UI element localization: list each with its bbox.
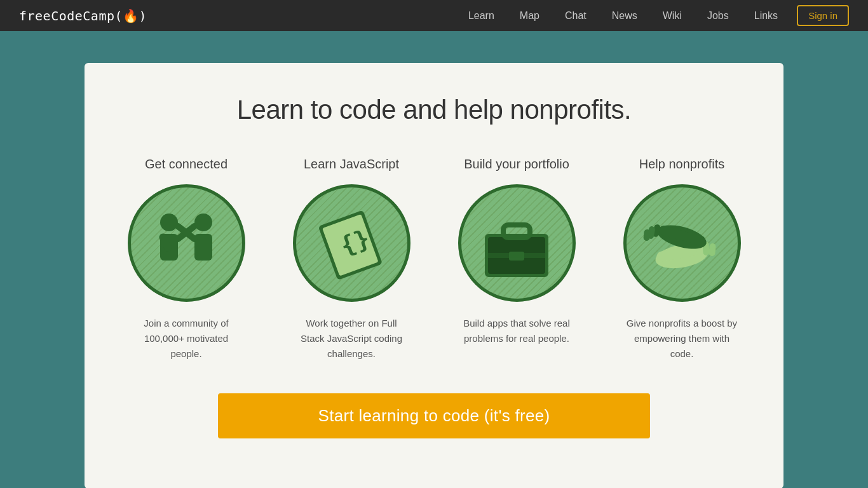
nav-jobs[interactable]: Jobs <box>695 0 742 31</box>
nav-wiki[interactable]: Wiki <box>650 0 695 31</box>
svg-point-0 <box>160 214 178 231</box>
icon-get-connected <box>128 184 245 302</box>
site-logo: freeCodeCamp(🔥) <box>19 8 147 24</box>
nav-links[interactable]: Links <box>742 0 790 31</box>
nav-learn[interactable]: Learn <box>456 0 507 31</box>
feature-nonprofits: Help nonprofits <box>606 157 758 362</box>
svg-point-4 <box>194 214 212 231</box>
feature-title-2: Learn JavaScript <box>304 157 399 172</box>
cta-section: Start learning to code (it's free) <box>110 393 758 438</box>
nav-news[interactable]: News <box>599 0 650 31</box>
feature-desc-3: Build apps that solve real problems for … <box>459 316 574 346</box>
icon-portfolio <box>458 184 576 302</box>
svg-rect-12 <box>503 225 530 238</box>
feature-title-1: Get connected <box>145 157 227 172</box>
feature-portfolio: Build your portfolio Build apps tha <box>440 157 593 362</box>
white-card: Learn to code and help nonprofits. Get c… <box>85 63 783 488</box>
nav-map[interactable]: Map <box>507 0 552 31</box>
svg-rect-19 <box>709 243 716 256</box>
feature-title-4: Help nonprofits <box>639 157 725 172</box>
features-grid: Get connected <box>110 157 758 362</box>
main-container: Learn to code and help nonprofits. Get c… <box>72 31 796 488</box>
hero-title: Learn to code and help nonprofits. <box>110 95 758 125</box>
feature-get-connected: Get connected <box>110 157 262 362</box>
navbar: freeCodeCamp(🔥) Learn Map Chat News Wiki… <box>0 0 868 31</box>
feature-desc-2: Work together on Full Stack JavaScript c… <box>294 316 409 362</box>
feature-desc-1: Join a community of 100,000+ motivated p… <box>129 316 243 362</box>
icon-nonprofits <box>623 184 741 302</box>
svg-rect-14 <box>485 253 548 258</box>
feature-title-3: Build your portfolio <box>464 157 569 172</box>
nav-chat[interactable]: Chat <box>552 0 599 31</box>
signin-button[interactable]: Sign in <box>797 5 849 26</box>
nav-links: Learn Map Chat News Wiki Jobs Links Sign… <box>456 0 849 31</box>
feature-desc-4: Give nonprofits a boost by empowering th… <box>625 316 739 362</box>
feature-learn-js: Learn JavaScript {} Work together on Ful… <box>275 157 428 362</box>
svg-rect-24 <box>643 229 651 241</box>
icon-learn-js: {} <box>293 184 410 302</box>
cta-button[interactable]: Start learning to code (it's free) <box>218 393 650 438</box>
